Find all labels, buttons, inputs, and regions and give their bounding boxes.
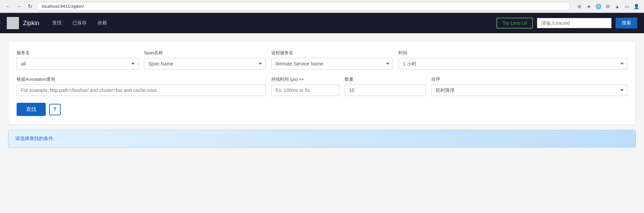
nav-dependencies[interactable]: 依赖: [93, 17, 112, 29]
url-text: localhost:9411/zipkin/: [42, 4, 84, 9]
browser-chrome: ← → ↻ localhost:9411/zipkin/ ⊕ ★ 🌐 ⚙ ▲ ▭…: [0, 0, 644, 13]
duration-input[interactable]: [271, 84, 339, 96]
profile-icon[interactable]: 👤: [632, 3, 640, 10]
find-button[interactable]: 查找: [17, 103, 46, 116]
sort-label: 排序: [431, 76, 627, 82]
navbar-links: 查找 已保存 依赖: [47, 17, 496, 29]
count-group: 数量: [345, 76, 426, 96]
span-group: Span名称 Span Name: [144, 50, 266, 70]
span-label: Span名称: [144, 50, 266, 56]
bookmark-icon[interactable]: ★: [585, 3, 593, 10]
back-button[interactable]: ←: [4, 2, 12, 11]
sort-select[interactable]: 耗时降序 耗时升序 时间降序 时间升序: [431, 84, 627, 96]
navbar-right: Try Lens UI 搜索: [496, 18, 637, 28]
annotation-group: 根据Annotation查询: [17, 76, 266, 96]
service-label: 服务名: [17, 50, 138, 56]
time-select[interactable]: 1 小时 2 小时 6 小时 12 小时 1 天: [399, 58, 627, 70]
help-button[interactable]: ?: [49, 104, 61, 115]
url-bar[interactable]: localhost:9411/zipkin/: [37, 2, 570, 11]
duration-label: 持续时间 (μs) >=: [271, 76, 339, 82]
info-banner-text: 请选择查找的条件。: [15, 136, 58, 141]
sort-group: 排序 耗时降序 耗时升序 时间降序 时间升序: [431, 76, 627, 96]
search-card: 服务名 all Span名称 Span Name 远程服务名 Remote Se…: [8, 41, 636, 124]
time-label: 时间: [399, 50, 627, 56]
nav-search[interactable]: 查找: [47, 17, 66, 29]
translate-icon[interactable]: ⊕: [576, 3, 583, 10]
search-row-1: 服务名 all Span名称 Span Name 远程服务名 Remote Se…: [17, 50, 627, 70]
search-row-2: 根据Annotation查询 持续时间 (μs) >= 数量 排序 耗时降序 耗…: [17, 76, 627, 96]
reload-button[interactable]: ↻: [26, 2, 34, 11]
extension-icon[interactable]: ⚙: [604, 3, 611, 10]
browser-actions: ⊕ ★ 🌐 ⚙ ▲ ▭ 👤: [576, 3, 640, 10]
span-select[interactable]: Span Name: [144, 58, 266, 70]
remote-service-group: 远程服务名 Remote Service Name: [271, 50, 393, 70]
puzzle-icon[interactable]: ▲: [614, 3, 621, 10]
try-lens-button[interactable]: Try Lens UI: [496, 18, 533, 28]
navbar-logo: [7, 17, 19, 29]
count-input[interactable]: [345, 84, 426, 96]
window-icon[interactable]: ▭: [623, 3, 630, 10]
service-group: 服务名 all: [17, 50, 138, 70]
traceid-input[interactable]: [537, 18, 611, 28]
service-select[interactable]: all: [17, 58, 138, 70]
header-search-button[interactable]: 搜索: [616, 18, 637, 28]
remote-service-label: 远程服务名: [271, 50, 393, 56]
navbar: Zipkin 查找 已保存 依赖 Try Lens UI 搜索: [0, 13, 644, 33]
nav-saved[interactable]: 已保存: [68, 17, 91, 29]
info-banner: 请选择查找的条件。: [8, 130, 636, 148]
annotation-label: 根据Annotation查询: [17, 76, 266, 82]
duration-group: 持续时间 (μs) >=: [271, 76, 339, 96]
time-group: 时间 1 小时 2 小时 6 小时 12 小时 1 天: [399, 50, 627, 70]
main-content: 服务名 all Span名称 Span Name 远程服务名 Remote Se…: [0, 33, 644, 213]
action-row: 查找 ?: [17, 103, 627, 116]
forward-button[interactable]: →: [15, 2, 23, 11]
annotation-input[interactable]: [17, 84, 266, 96]
navbar-brand: Zipkin: [23, 20, 39, 27]
remote-service-select[interactable]: Remote Service Name: [271, 58, 393, 70]
count-label: 数量: [345, 76, 426, 82]
translate2-icon[interactable]: 🌐: [595, 3, 602, 10]
